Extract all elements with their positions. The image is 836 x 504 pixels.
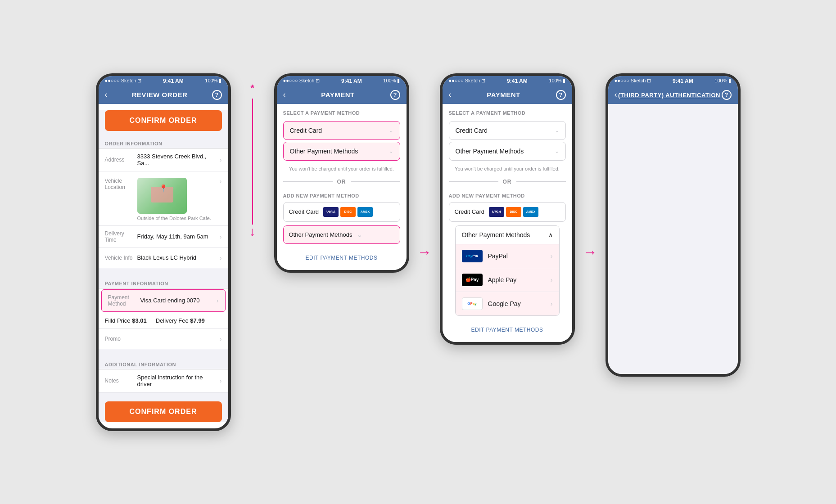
select-payment-label-1: SELECT A PAYMENT METHOD [277,104,407,119]
visa-icon-1: VISA [323,207,339,217]
time-3: 9:41 AM [507,78,528,84]
signal-2: ●●○○○ Sketch ⊡ [283,78,320,84]
card-icons-2: VISA DISC AMEX [489,207,538,217]
payment-method-label: Payment Method [108,294,140,307]
help-button-2[interactable]: ? [390,90,400,100]
confirm-order-bottom[interactable]: CONFIRM ORDER [105,401,222,422]
arrow-2-3: → [417,244,432,261]
add-credit-card-row-1[interactable]: Credit Card VISA DISC AMEX [283,202,400,222]
notes-row[interactable]: Notes Special instruction for the driver… [99,369,228,392]
add-credit-card-label-1: Credit Card [289,208,319,215]
annotation-line-1 [252,99,253,225]
googlepay-chevron: › [551,300,553,307]
confirm-order-top[interactable]: CONFIRM ORDER [105,110,222,131]
add-credit-card-row-2[interactable]: Credit Card VISA DISC AMEX [449,202,566,222]
vehicle-info-row[interactable]: Vehicle Info Black Lexus LC Hybrid › [99,248,228,268]
additional-info-list: Notes Special instruction for the driver… [99,369,228,392]
googlepay-label: Google Pay [488,300,545,307]
nav-title-1: REVIEW ORDER [108,91,212,99]
vehicle-location-row[interactable]: Vehicle Location 📍 Outside of the Dolore… [99,171,228,226]
signal-1: ●●○○○ Sketch ⊡ [105,78,142,84]
nav-bar-2: ‹ PAYMENT ? [277,86,407,104]
delivery-time-label: Delivery Time [105,230,137,243]
phone-body-1: CONFIRM ORDER ORDER INFORMATION Address … [99,110,228,422]
notes-label: Notes [105,378,137,384]
payment-method-row[interactable]: Payment Method Visa Card ending 0070 › [101,289,226,312]
address-row[interactable]: Address 3333 Stevens Creek Blvd., Sa... … [99,148,228,171]
other-methods-header[interactable]: Other Payment Methods ∧ [456,226,559,244]
paypal-label: PayPal [488,252,545,260]
other-methods-header-label: Other Payment Methods [462,231,530,238]
credit-card-btn-2[interactable]: Credit Card ⌄ [449,121,566,140]
arrow-right-2: → [583,244,597,261]
delivery-time-row[interactable]: Delivery Time Friday, May 11th, 9am-5am … [99,226,228,248]
edit-payment-link-1[interactable]: EDIT PAYMENT METHODS [277,246,407,270]
or-line-left-1 [283,181,333,182]
battery-4: 100% ▮ [714,78,731,84]
time-2: 9:41 AM [341,78,362,84]
discover-icon-1: DISC [340,207,356,217]
phone-review-order: ●●○○○ Sketch ⊡ 9:41 AM 100% ▮ ‹ REVIEW O… [96,73,231,431]
status-bar-2: ●●○○○ Sketch ⊡ 9:41 AM 100% ▮ [277,76,407,86]
help-button-3[interactable]: ? [556,90,566,100]
other-pay-btn-1[interactable]: Other Payment Methods ⌄ [283,142,400,161]
add-new-section-1: ADD NEW PAYMENT METHOD Credit Card VISA … [277,189,407,246]
other-pay-btn-2[interactable]: Other Payment Methods ⌄ [449,142,566,161]
vehicle-info-value: Black Lexus LC Hybrid [137,254,216,261]
paypal-row[interactable]: PayPal PayPal › [456,244,559,268]
address-value: 3333 Stevens Creek Blvd., Sa... [137,153,216,166]
or-text-2: OR [503,179,512,185]
delivery-fee: Delivery Fee $7.99 [156,317,205,324]
apple-pay-row[interactable]: 🍎Pay Apple Pay › [456,268,559,292]
address-label: Address [105,157,137,163]
googlepay-logo: GPay [462,297,483,310]
notes-value: Special instruction for the driver [137,374,216,387]
map-caption: Outside of the Dolores Park Cafe. [137,216,216,221]
add-new-title-1: ADD NEW PAYMENT METHOD [283,189,400,202]
paypal-logo: PayPal [462,250,483,262]
order-info-list: Address 3333 Stevens Creek Blvd., Sa... … [99,148,228,268]
or-line-right-2 [516,181,566,182]
promo-row[interactable]: Promo › [99,329,228,349]
card-icons-1: VISA DISC AMEX [323,207,373,217]
price-row: Filld Price $3.01 Delivery Fee $7.99 [99,313,228,329]
google-pay-row[interactable]: GPay Google Pay › [456,292,559,315]
time-1: 9:41 AM [163,78,184,84]
delivery-time-value: Friday, May 11th, 9am-5am [137,233,216,240]
payment-body-2: SELECT A PAYMENT METHOD Credit Card ⌄ Ot… [443,104,572,342]
or-text-1: OR [337,179,346,185]
battery-2: 100% ▮ [383,78,400,84]
vehicle-info-chevron: › [220,254,222,261]
status-bar-1: ●●○○○ Sketch ⊡ 9:41 AM 100% ▮ [99,76,228,86]
amex-icon-2: AMEX [523,207,538,217]
other-pay-new-label-1: Other Payment Methods [289,231,352,238]
other-methods-header-chevron: ∧ [548,231,553,238]
other-pay-new-btn-1[interactable]: Other Payment Methods ⌄ [283,225,400,244]
vehicle-location-label: Vehicle Location [105,176,137,190]
or-divider-1: OR [277,175,407,189]
vehicle-location-chevron: › [220,178,222,185]
order-info-header: ORDER INFORMATION [99,137,228,148]
help-button-4[interactable]: ? [722,90,732,100]
or-line-left-2 [449,181,498,182]
arrow-right-1: → [417,244,432,261]
promo-chevron: › [220,335,222,342]
payment-info-header: PAYMENT INFORMATION [99,277,228,288]
not-charged-1: You won't be charged until your order is… [277,162,407,175]
applepay-label: Apple Pay [488,276,545,284]
edit-payment-link-2[interactable]: EDIT PAYMENT METHODS [443,318,572,342]
payment-info-list: Payment Method Visa Card ending 0070 › F… [99,288,228,349]
other-methods-expanded: Other Payment Methods ∧ PayPal PayPal › [455,225,560,316]
help-button-1[interactable]: ? [212,90,222,100]
battery-1: 100% ▮ [205,78,221,84]
nav-bar-4: ‹ (THIRD PARTY) AUTHENTICATION ? [608,86,738,104]
status-bar-3: ●●○○○ Sketch ⊡ 9:41 AM 100% ▮ [443,76,572,86]
phone-payment-1: ●●○○○ Sketch ⊡ 9:41 AM 100% ▮ ‹ PAYMENT … [274,73,409,273]
other-pay-chevron-2: ⌄ [555,148,559,154]
nav-bar-3: ‹ PAYMENT ? [443,86,572,104]
add-credit-card-label-2: Credit Card [455,208,484,215]
credit-card-btn-1[interactable]: Credit Card ⌄ [283,121,400,140]
asterisk-1: * [250,82,254,94]
add-new-title-2: ADD NEW PAYMENT METHOD [449,189,566,202]
add-new-section-2: ADD NEW PAYMENT METHOD Credit Card VISA … [443,189,572,318]
